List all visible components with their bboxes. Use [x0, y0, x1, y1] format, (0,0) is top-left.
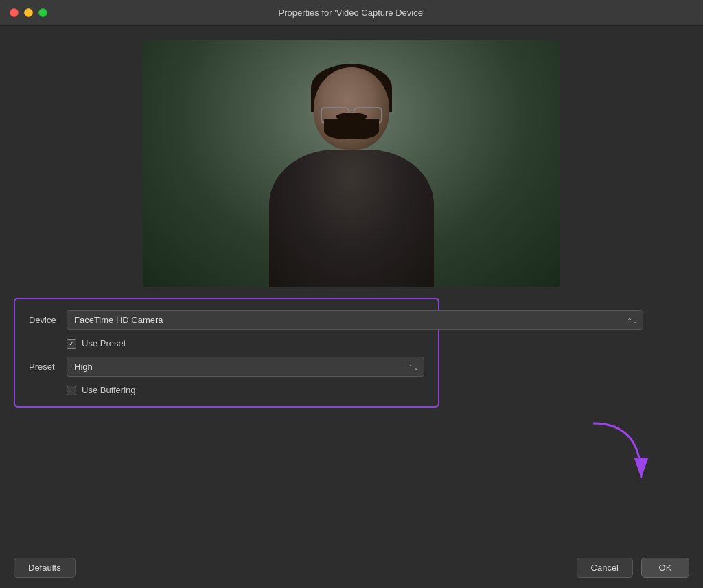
defaults-button[interactable]: Defaults: [14, 558, 76, 578]
window: Properties for 'Video Capture Device': [0, 0, 703, 588]
titlebar: Properties for 'Video Capture Device': [0, 0, 703, 26]
window-title: Properties for 'Video Capture Device': [279, 8, 425, 18]
settings-panel: Device FaceTime HD Camera ⌃⌄ Use Preset …: [14, 298, 439, 408]
titlebar-buttons: [10, 8, 47, 17]
minimize-button[interactable]: [24, 8, 33, 17]
device-select[interactable]: FaceTime HD Camera: [67, 310, 643, 330]
preset-label: Preset: [29, 362, 67, 372]
beard: [324, 119, 379, 139]
use-preset-row: Use Preset: [67, 338, 424, 349]
use-preset-checkbox[interactable]: [67, 339, 76, 349]
person-figure: [255, 67, 448, 287]
ok-button[interactable]: OK: [641, 558, 689, 578]
maximize-button[interactable]: [38, 8, 47, 17]
bottom-right-buttons: Cancel OK: [577, 558, 689, 578]
arrow-indicator: [579, 416, 662, 499]
use-preset-label: Use Preset: [82, 338, 126, 349]
preset-select[interactable]: High Medium Low: [67, 357, 424, 377]
device-label: Device: [29, 315, 67, 325]
close-button[interactable]: [10, 8, 19, 17]
use-buffering-checkbox[interactable]: [67, 386, 76, 395]
preset-select-wrapper: High Medium Low ⌃⌄: [67, 357, 424, 377]
cancel-button[interactable]: Cancel: [577, 558, 633, 578]
head: [314, 67, 389, 150]
video-preview: [143, 40, 560, 287]
preset-row: Preset High Medium Low ⌃⌄: [29, 357, 424, 377]
device-row: Device FaceTime HD Camera ⌃⌄: [29, 310, 424, 330]
use-buffering-row: Use Buffering: [67, 385, 424, 395]
device-select-wrapper: FaceTime HD Camera ⌃⌄: [67, 310, 643, 330]
video-canvas: [143, 40, 560, 287]
use-buffering-label: Use Buffering: [82, 385, 136, 395]
body: [269, 150, 434, 287]
bottom-bar: Defaults Cancel OK: [0, 547, 703, 588]
